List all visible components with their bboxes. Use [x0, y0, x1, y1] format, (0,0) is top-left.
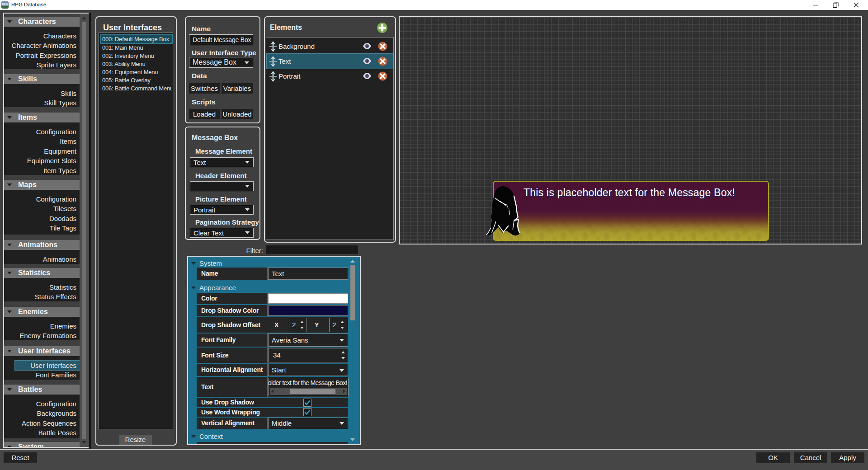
- svg-text:RPG: RPG: [2, 3, 8, 5]
